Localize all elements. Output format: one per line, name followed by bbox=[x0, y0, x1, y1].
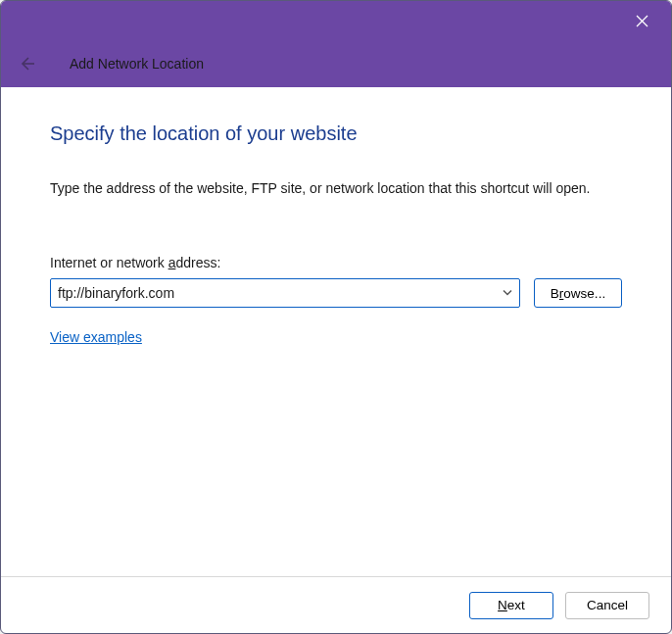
next-button[interactable]: Next bbox=[469, 592, 553, 619]
address-input[interactable] bbox=[50, 278, 520, 308]
address-label: Internet or network address: bbox=[50, 255, 622, 270]
wizard-content: Specify the location of your website Typ… bbox=[1, 87, 671, 576]
wizard-title: Add Network Location bbox=[70, 56, 204, 72]
page-heading: Specify the location of your website bbox=[50, 122, 622, 145]
cancel-button[interactable]: Cancel bbox=[565, 592, 649, 619]
back-button bbox=[19, 55, 36, 73]
back-arrow-icon bbox=[20, 56, 35, 72]
wizard-header: Add Network Location bbox=[1, 40, 671, 87]
close-icon bbox=[636, 15, 648, 27]
wizard-footer: Next Cancel bbox=[1, 576, 671, 633]
close-button[interactable] bbox=[630, 9, 653, 32]
address-row: Browse... bbox=[50, 278, 622, 308]
browse-button[interactable]: Browse... bbox=[534, 278, 622, 308]
titlebar bbox=[1, 1, 671, 40]
wizard-window: Add Network Location Specify the locatio… bbox=[0, 0, 672, 634]
view-examples-link[interactable]: View examples bbox=[50, 329, 142, 345]
instruction-text: Type the address of the website, FTP sit… bbox=[50, 180, 622, 196]
address-combo[interactable] bbox=[50, 278, 520, 308]
